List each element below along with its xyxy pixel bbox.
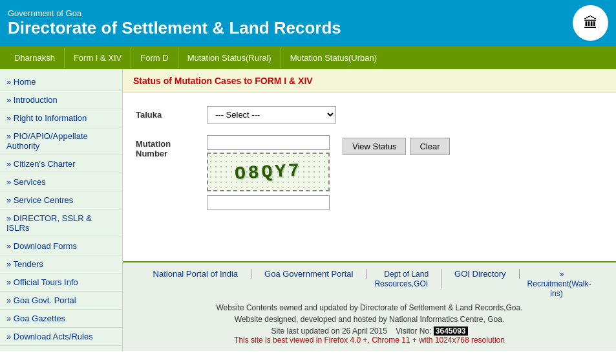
sidebar: » Home » Introduction » Right to Informa… — [0, 69, 123, 351]
sidebar-item-official-tours[interactable]: » Official Tours Info — [0, 273, 122, 292]
footer-link-national[interactable]: National Portal of India — [148, 268, 244, 280]
sidebar-item-pio[interactable]: » PIO/APIO/Appellate Authority — [0, 127, 122, 155]
mutation-inputs: O8QY7 — [207, 135, 330, 210]
nav-mutation-urban[interactable]: Mutation Status(Urban) — [281, 48, 386, 68]
nav-form1xiv[interactable]: Form I & XIV — [65, 48, 131, 68]
taluka-select[interactable]: --- Select --- Bardez Bicholim Canacona … — [207, 106, 336, 123]
gov-name: Government of Goa — [8, 8, 341, 18]
action-buttons: View Status Clear — [343, 135, 450, 155]
view-status-button[interactable]: View Status — [343, 138, 406, 155]
taluka-label: Taluka — [136, 110, 207, 120]
navbar: Dharnaksh Form I & XIV Form D Mutation S… — [0, 46, 616, 69]
sidebar-item-introduction[interactable]: » Introduction — [0, 91, 122, 109]
footer-content-line2: Website designed, developed and hosted b… — [133, 315, 606, 324]
footer-link-recruitment[interactable]: »Recruitment(Walk-ins) — [527, 268, 591, 299]
taluka-controls: --- Select --- Bardez Bicholim Canacona … — [207, 106, 336, 123]
header-logo: 🏛 — [573, 5, 608, 41]
footer-link-goa[interactable]: Goa Government Portal — [259, 268, 358, 280]
footer-browser-note: This site is best viewed in Firefox 4.0 … — [133, 336, 606, 345]
captcha-image: O8QY7 — [207, 153, 330, 191]
main-content: Status of Mutation Cases to FORM I & XIV… — [123, 69, 616, 351]
footer-col-dept: Dept of LandResources,GOI — [366, 269, 441, 288]
sidebar-item-goa-gazettes[interactable]: » Goa Gazettes — [0, 310, 122, 328]
page-title-bar: Status of Mutation Cases to FORM I & XIV — [123, 69, 616, 93]
sidebar-item-tenders[interactable]: » Tenders — [0, 255, 122, 273]
mutation-controls: O8QY7 View Status Clear — [207, 135, 450, 210]
nav-dharnaksh[interactable]: Dharnaksh — [5, 48, 65, 68]
mutation-row: MutationNumber O8QY7 View Status Clear — [136, 135, 603, 210]
header-text: Government of Goa Directorate of Settlem… — [8, 8, 341, 38]
visitor-label: Visitor No: — [396, 327, 431, 336]
mutation-number-input[interactable] — [207, 135, 330, 150]
sidebar-item-rti[interactable]: » Right to Information — [0, 109, 122, 127]
updated-text: Site last updated on 26 April 2015 — [271, 327, 387, 336]
footer-link-goi-directory[interactable]: GOI Directory — [449, 268, 511, 280]
page-title: Status of Mutation Cases to FORM I & XIV — [133, 76, 313, 86]
main-layout: » Home » Introduction » Right to Informa… — [0, 69, 616, 351]
sidebar-item-download-forms[interactable]: » Download Forms — [0, 237, 122, 255]
dept-name: Directorate of Settlement & Land Records — [8, 18, 341, 38]
form-area: Taluka --- Select --- Bardez Bicholim Ca… — [123, 93, 616, 261]
clear-button[interactable]: Clear — [410, 138, 449, 155]
captcha-text: O8QY7 — [234, 160, 302, 184]
footer-link-dept[interactable]: Dept of LandResources,GOI — [374, 268, 433, 290]
nav-formd[interactable]: Form D — [131, 48, 178, 68]
sidebar-item-home[interactable]: » Home — [0, 73, 122, 91]
footer-col-recruitment: »Recruitment(Walk-ins) — [520, 269, 599, 298]
sidebar-item-director[interactable]: » DIRECTOR, SSLR & ISLRs — [0, 209, 122, 237]
taluka-row: Taluka --- Select --- Bardez Bicholim Ca… — [136, 106, 603, 123]
sidebar-item-goa-govt-portal[interactable]: » Goa Govt. Portal — [0, 292, 122, 310]
nav-mutation-rural[interactable]: Mutation Status(Rural) — [178, 48, 281, 68]
sidebar-item-charter[interactable]: » Citizen's Charter — [0, 155, 122, 173]
mutation-label: MutationNumber — [136, 135, 207, 158]
header: Government of Goa Directorate of Settlem… — [0, 0, 616, 46]
captcha-input[interactable] — [207, 195, 330, 210]
logo-icon: 🏛 — [584, 15, 598, 32]
visitor-number: 3645093 — [434, 327, 468, 336]
footer-content-line1: Website Contents owned and updated by Di… — [133, 303, 606, 312]
footer-col-goa: Goa Government Portal — [251, 269, 366, 279]
footer: National Portal of India Goa Government … — [123, 261, 616, 351]
footer-updated: Site last updated on 26 April 2015 Visit… — [133, 327, 606, 336]
sidebar-item-service-centres[interactable]: » Service Centres — [0, 191, 122, 209]
footer-col-national: National Portal of India — [140, 269, 252, 279]
sidebar-item-services[interactable]: » Services — [0, 173, 122, 191]
sidebar-item-download-acts[interactable]: » Download Acts/Rules — [0, 328, 122, 346]
footer-links-row: National Portal of India Goa Government … — [133, 269, 606, 298]
footer-col-goi-dir: GOI Directory — [441, 269, 519, 279]
